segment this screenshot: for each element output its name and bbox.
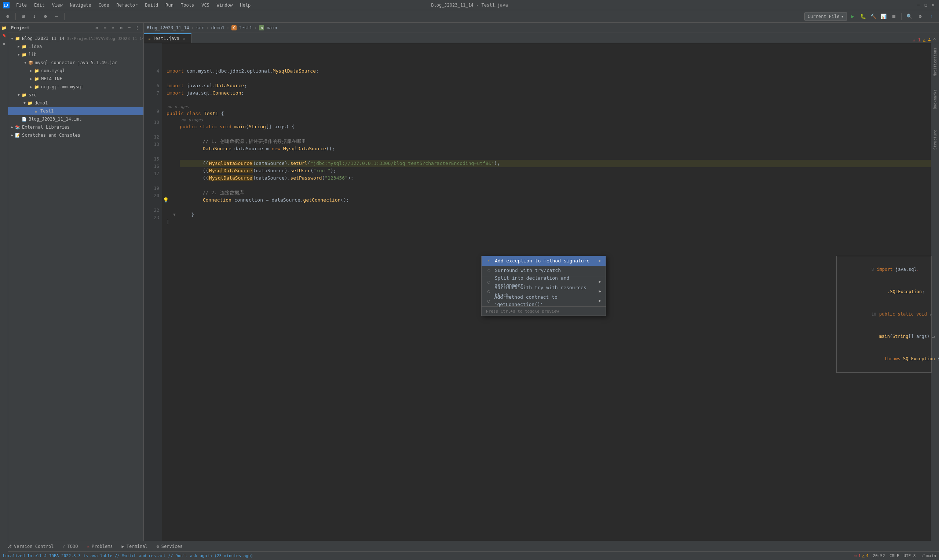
- maximize-button[interactable]: □: [923, 2, 929, 8]
- status-line-ending[interactable]: CRLF: [890, 554, 899, 558]
- tree-idea-folder[interactable]: ▶ 📁 .idea: [8, 43, 143, 51]
- stop-button[interactable]: ⏹: [890, 12, 898, 21]
- status-position[interactable]: 20:52: [873, 554, 885, 558]
- tree-test1-file[interactable]: ☕ Test1: [8, 107, 143, 115]
- menu-tools[interactable]: Tools: [178, 2, 197, 8]
- code-line-10: ▶ 🔖 public static void main(String[] arg…: [167, 123, 939, 131]
- build-button[interactable]: 🔨: [869, 12, 878, 21]
- tree-mysql-jar[interactable]: ▼ 📦 mysql-connector-java-5.1.49.jar: [8, 58, 143, 67]
- code-line-1: [167, 45, 939, 53]
- ctx-hint-toggle-preview: Press Ctrl+Q to toggle preview: [482, 308, 606, 315]
- tree-lib-folder[interactable]: ▼ 📁 lib: [8, 51, 143, 58]
- menu-vcs[interactable]: VCS: [199, 2, 212, 8]
- menu-run[interactable]: Run: [162, 2, 176, 8]
- preview-line-5: throws SQLException {: [840, 348, 928, 370]
- tree-meta-inf[interactable]: ▶ 📁 META-INF: [8, 75, 143, 83]
- tree-src-folder[interactable]: ▼ 📁 src: [8, 91, 143, 99]
- settings-main-btn[interactable]: ⚙: [916, 12, 925, 21]
- breadcrumb-class-badge: C: [231, 25, 237, 31]
- ctx-label-add-exception: Add exception to method signature: [495, 257, 589, 265]
- tab-test1-java[interactable]: ☕ Test1.java ×: [144, 33, 191, 43]
- code-line-13: DataSource dataSource = new MysqlDataSou…: [180, 145, 939, 152]
- toolbar-settings-btn[interactable]: ⚙: [3, 12, 12, 21]
- minimize-button[interactable]: ─: [916, 2, 921, 8]
- tree-org-gjt[interactable]: ▶ 📁 org.gjt.mm.mysql: [8, 83, 143, 91]
- status-encoding[interactable]: UTF-8: [904, 554, 916, 558]
- toolbar-layout-btn[interactable]: ⊞: [19, 12, 28, 21]
- tab-todo[interactable]: ✓ TODO: [59, 542, 82, 551]
- project-more-btn[interactable]: ⋮: [134, 25, 140, 31]
- tree-external-libs[interactable]: ▶ 📚 External Libraries: [8, 123, 143, 131]
- tree-demo1-folder[interactable]: ▼ 📁 demo1: [8, 99, 143, 107]
- status-errors[interactable]: ⊗ 1 △ 4: [854, 554, 868, 558]
- debug-button[interactable]: 🐛: [859, 12, 868, 21]
- error-count: 1: [858, 554, 861, 558]
- toolbar: ⚙ ⊞ ↕ ⚙ ─ Current File ▾ ▶ 🐛 🔨 📊 ⏹ 🔍 ⚙ ↑: [0, 10, 939, 23]
- ctx-item-add-exception[interactable]: ⚡ Add exception to method signature ▶: [482, 256, 606, 266]
- tree-root-project[interactable]: ▼ 📁 Blog_J2023_11_14 D:\Project\JAVA\Blo…: [8, 34, 143, 43]
- tree-com-mysql[interactable]: ▶ 📁 com.mysql: [8, 67, 143, 75]
- menu-code[interactable]: Code: [96, 2, 112, 8]
- breadcrumb-method[interactable]: main: [266, 25, 277, 31]
- file-tree: ▼ 📁 Blog_J2023_11_14 D:\Project\JAVA\Blo…: [8, 33, 143, 554]
- todo-icon: ✓: [62, 544, 65, 549]
- ctx-item-add-contract[interactable]: ○ Add method contract to 'getConnection(…: [482, 296, 606, 306]
- run-button[interactable]: ▶: [848, 12, 857, 21]
- preview-line-1: 8import java.sql.: [840, 258, 928, 281]
- menu-navigate[interactable]: Navigate: [67, 2, 94, 8]
- menu-edit[interactable]: Edit: [31, 2, 48, 8]
- toolbar-expand-btn[interactable]: ↕: [30, 12, 39, 21]
- code-line-18: [180, 182, 939, 189]
- status-git[interactable]: ⎇ main: [920, 554, 936, 558]
- tree-iml-file[interactable]: 📄 Blog_J2023_11_14.iml: [8, 115, 143, 123]
- tab-version-control[interactable]: ⎇ Version Control: [3, 542, 57, 551]
- tab-close-btn[interactable]: ×: [182, 36, 187, 41]
- bookmarks-right-label[interactable]: Bookmarks: [933, 86, 938, 112]
- breadcrumb-classname[interactable]: Test1: [239, 25, 252, 31]
- menu-view[interactable]: View: [49, 2, 66, 8]
- breadcrumb-project[interactable]: Blog_J2023_11_14: [147, 25, 189, 31]
- code-line-20: 💡 Connection connection = dataSource.get…: [180, 197, 939, 204]
- title-bar: IJ File Edit View Navigate Code Refactor…: [0, 0, 939, 10]
- expand-editor-btn[interactable]: ⌃: [933, 37, 936, 43]
- code-editor[interactable]: import com.mysql.jdbc.jdbc2.optional.Mys…: [162, 43, 939, 554]
- breadcrumb-src[interactable]: src: [196, 25, 204, 31]
- notifications-label[interactable]: Notifications: [933, 45, 938, 79]
- editor-area: Blog_J2023_11_14 › src › demo1 › C Test1…: [144, 23, 939, 554]
- search-everywhere-btn[interactable]: 🔍: [905, 12, 914, 21]
- menu-build[interactable]: Build: [142, 2, 161, 8]
- toolbar-minus-btn[interactable]: ─: [52, 12, 61, 21]
- toolbar-sep-3: [901, 13, 902, 20]
- run-config-dropdown[interactable]: Current File ▾: [804, 12, 847, 21]
- breadcrumb-demo1[interactable]: demo1: [211, 25, 225, 31]
- menu-refactor[interactable]: Refactor: [113, 2, 140, 8]
- coverage-button[interactable]: 📊: [879, 12, 888, 21]
- toolbar-config-btn[interactable]: ⚙: [41, 12, 50, 21]
- window-controls: ─ □ ✕: [916, 2, 936, 8]
- bookmarks-toggle[interactable]: 🔖: [0, 32, 8, 40]
- project-panel-header: Project ⚙ ≡ ↕ ⚙ ─ ⋮: [8, 23, 143, 33]
- code-line-6: import javax.sql.DataSource;: [167, 82, 939, 89]
- close-button[interactable]: ✕: [930, 2, 936, 8]
- tree-scratches[interactable]: ▶ 📝 Scratches and Consoles: [8, 131, 143, 139]
- window-title: Blog_J2023_11_14 - Test1.java: [431, 3, 508, 8]
- menu-window[interactable]: Window: [214, 2, 236, 8]
- services-icon: ⚙: [157, 544, 159, 549]
- project-scroll-btn[interactable]: ↕: [109, 25, 116, 31]
- project-options-btn[interactable]: ⚙: [94, 25, 100, 31]
- project-hide-btn[interactable]: ─: [126, 25, 133, 31]
- warn-icon: △: [862, 554, 865, 558]
- structure-right-label[interactable]: Structure: [933, 127, 938, 152]
- project-gear-btn[interactable]: ⚙: [118, 25, 124, 31]
- tab-terminal[interactable]: ▶ Terminal: [118, 542, 151, 551]
- project-panel-toggle[interactable]: 📁: [0, 24, 8, 32]
- ctx-item-surround-try[interactable]: ○ Surround with try/catch: [482, 266, 606, 275]
- structure-toggle[interactable]: ≡: [0, 40, 8, 48]
- menu-help[interactable]: Help: [237, 2, 253, 8]
- update-btn[interactable]: ↑: [927, 12, 936, 21]
- project-expand-btn[interactable]: ≡: [102, 25, 108, 31]
- tab-services[interactable]: ⚙ Services: [153, 542, 187, 551]
- menu-file[interactable]: File: [13, 2, 30, 8]
- editor-tabs: ☕ Test1.java × ⚠ 1 △ 4 ⌃: [144, 33, 939, 43]
- tab-problems[interactable]: ⚠ Problems: [83, 542, 117, 551]
